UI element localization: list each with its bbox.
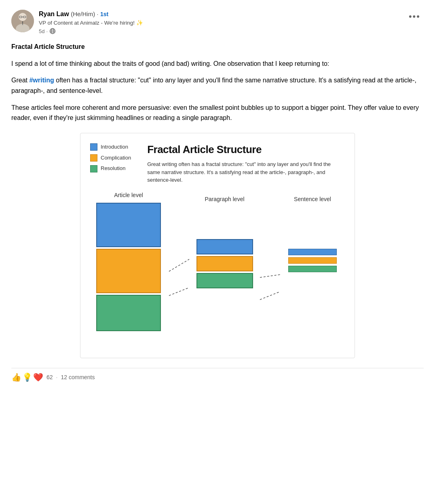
author-title: VP of Content at Animalz - We're hiring!…	[39, 19, 143, 27]
insightful-emoji[interactable]: 💡	[22, 372, 32, 382]
legend-item-complication: Complication	[90, 154, 131, 162]
reactions-bar: 👍 💡 ❤️ 62 · 12 comments	[11, 368, 424, 382]
author-name-line: Ryan Law (He/Him) · 1st	[39, 10, 143, 19]
avatar[interactable]	[11, 10, 34, 32]
dot-separator-reactions: ·	[56, 374, 58, 380]
post-content: Fractal Article Structure I spend a lot …	[11, 42, 424, 358]
legend-item-introduction: Introduction	[90, 143, 131, 151]
article-block-intro	[96, 203, 161, 247]
diagram-title: Fractal Article Structure	[147, 141, 345, 158]
paragraph-block-complication	[196, 256, 253, 271]
diagram-top: Introduction Complication Resolution Fra…	[90, 141, 345, 184]
legend-box-complication	[90, 154, 97, 162]
sentence-block-resolution	[288, 266, 337, 272]
paragraph-block-resolution	[196, 273, 253, 288]
meta-separator: ·	[46, 28, 48, 34]
svg-line-13	[169, 288, 189, 296]
globe-icon	[49, 28, 56, 34]
legend-label-resolution: Resolution	[101, 164, 125, 173]
post-meta: 5d ·	[39, 28, 143, 34]
comments-count[interactable]: 12 comments	[61, 374, 95, 380]
svg-line-14	[260, 275, 280, 277]
article-level-col: Article level	[90, 191, 167, 331]
sentence-blocks	[288, 249, 337, 272]
svg-line-12	[169, 259, 189, 271]
article-level-label: Article level	[114, 191, 143, 200]
article-block-complication	[96, 249, 161, 293]
legend-box-introduction	[90, 143, 97, 151]
more-options-button[interactable]: •••	[405, 10, 424, 23]
arrows-svg-1	[167, 203, 191, 348]
linkedin-post: Ryan Law (He/Him) · 1st VP of Content at…	[11, 10, 424, 382]
post-paragraph-3: These articles feel more coherent and mo…	[11, 103, 424, 123]
reaction-number: 62	[46, 374, 53, 380]
paragraph-level-label: Paragraph level	[205, 195, 244, 204]
reaction-icons: 👍 💡 ❤️	[11, 372, 43, 382]
paragraph-blocks	[196, 239, 253, 288]
post-paragraph-2: Great #writing often has a fractal struc…	[11, 75, 424, 96]
diagram-container: Introduction Complication Resolution Fra…	[80, 133, 355, 358]
author-pronouns: (He/Him)	[71, 10, 95, 17]
sentence-block-intro	[288, 249, 337, 255]
legend-box-resolution	[90, 165, 97, 172]
reaction-count: 62	[46, 374, 53, 380]
legend-label-complication: Complication	[101, 154, 131, 162]
sentence-level-label: Sentence level	[294, 195, 331, 204]
article-block-resolution	[96, 295, 161, 331]
author-info: Ryan Law (He/Him) · 1st VP of Content at…	[39, 10, 143, 34]
paragraph-block-intro	[196, 239, 253, 254]
post-paragraph-1: I spend a lot of time thinking about the…	[11, 59, 424, 69]
sentence-block-complication	[288, 257, 337, 264]
connection-degree: 1st	[100, 11, 108, 17]
svg-line-15	[260, 292, 280, 300]
legend-item-resolution: Resolution	[90, 164, 131, 173]
diagram-title-area: Fractal Article Structure Great writing …	[147, 141, 345, 184]
like-emoji[interactable]: 👍	[11, 372, 21, 382]
love-emoji[interactable]: ❤️	[33, 372, 43, 382]
post-header-left: Ryan Law (He/Him) · 1st VP of Content at…	[11, 10, 143, 34]
time-ago: 5d	[39, 28, 44, 34]
post-header: Ryan Law (He/Him) · 1st VP of Content at…	[11, 10, 424, 34]
diagram-subtitle: Great writing often has a fractal struct…	[147, 160, 345, 184]
sentence-level-col: Sentence level	[282, 195, 343, 272]
paragraph-level-col: Paragraph level	[191, 195, 258, 288]
legend: Introduction Complication Resolution	[90, 143, 131, 184]
hashtag-writing[interactable]: #writing	[29, 77, 54, 84]
article-blocks	[96, 203, 161, 331]
legend-label-introduction: Introduction	[101, 143, 128, 151]
author-name[interactable]: Ryan Law	[39, 10, 69, 17]
arrows-svg-2	[258, 203, 282, 348]
post-title: Fractal Article Structure	[11, 42, 424, 52]
